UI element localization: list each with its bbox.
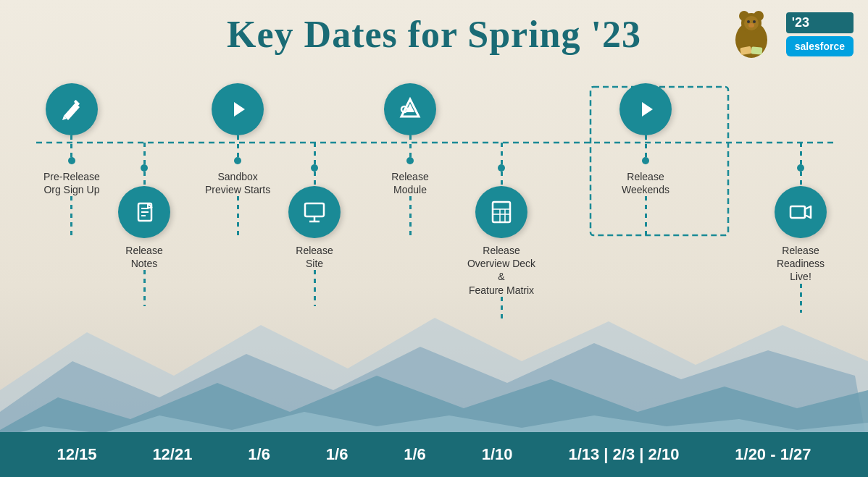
pre-release-line-down bbox=[70, 135, 72, 157]
release-site-line-down bbox=[314, 270, 316, 306]
release-readiness-icon bbox=[775, 186, 827, 238]
pre-release-dot bbox=[68, 157, 75, 164]
date-weekends: 1/13 | 2/3 | 2/10 bbox=[568, 445, 679, 464]
svg-rect-9 bbox=[751, 46, 762, 54]
release-weekends-line-down bbox=[645, 135, 647, 157]
release-notes-line-mid bbox=[143, 172, 146, 186]
svg-point-5 bbox=[747, 20, 750, 23]
timeline-area: Pre-ReleaseOrg Sign Up SandboxPreview St… bbox=[0, 83, 868, 366]
date-110: 1/10 bbox=[482, 445, 513, 464]
item-release-notes: ReleaseNotes bbox=[118, 143, 170, 306]
release-overview-line-up bbox=[501, 143, 503, 164]
release-overview-label: ReleaseOverview Deck &Feature Matrix bbox=[465, 244, 538, 297]
release-weekends-line-down2 bbox=[645, 196, 647, 236]
item-pre-release: Pre-ReleaseOrg Sign Up bbox=[43, 83, 100, 240]
salesforce-logo: salesforce bbox=[786, 36, 854, 56]
page-wrapper: '23 salesforce Key Dates for Spring '23 bbox=[0, 0, 868, 477]
item-release-weekends: ReleaseWeekends bbox=[619, 83, 672, 236]
release-overview-line-down bbox=[501, 297, 503, 318]
release-notes-dot bbox=[141, 164, 148, 172]
release-module-icon bbox=[384, 83, 436, 135]
release-module-line-down bbox=[409, 135, 412, 157]
release-site-icon bbox=[288, 186, 341, 238]
release-readiness-label: Release ReadinessLive! bbox=[764, 244, 837, 284]
pre-release-line-down2 bbox=[70, 196, 72, 240]
release-overview-icon bbox=[475, 186, 527, 238]
svg-marker-36 bbox=[805, 206, 811, 218]
svg-point-6 bbox=[753, 20, 756, 23]
play-icon-1 bbox=[227, 98, 249, 120]
date-16c: 1/6 bbox=[404, 445, 426, 464]
svg-marker-22 bbox=[642, 102, 653, 117]
svg-rect-35 bbox=[790, 206, 805, 218]
release-module-label: ReleaseModule bbox=[391, 170, 428, 196]
date-readiness: 1/20 - 1/27 bbox=[735, 445, 811, 464]
date-1215: 12/15 bbox=[57, 445, 96, 464]
sandbox-dot bbox=[234, 157, 241, 164]
svg-marker-18 bbox=[234, 102, 245, 117]
item-sandbox-preview: SandboxPreview Starts bbox=[205, 83, 270, 236]
pencil-icon bbox=[59, 97, 84, 122]
release-readiness-line-up bbox=[800, 143, 802, 164]
spring23-badge: '23 bbox=[786, 12, 854, 33]
release-weekends-icon bbox=[619, 83, 672, 135]
release-readiness-dot bbox=[797, 164, 804, 172]
release-site-line-up bbox=[314, 143, 316, 164]
mascot-area bbox=[722, 7, 780, 62]
item-release-readiness: Release ReadinessLive! bbox=[764, 143, 837, 313]
trailhead-icon bbox=[397, 96, 423, 122]
release-weekends-label: ReleaseWeekends bbox=[622, 170, 669, 196]
doc-icon bbox=[133, 200, 156, 224]
release-readiness-line-down bbox=[800, 284, 802, 313]
pre-release-label: Pre-ReleaseOrg Sign Up bbox=[43, 170, 100, 196]
date-bar: 12/15 12/21 1/6 1/6 1/6 1/10 1/13 | 2/3 … bbox=[0, 432, 868, 477]
release-notes-icon bbox=[118, 186, 170, 238]
release-module-line-down2 bbox=[409, 196, 412, 236]
release-weekends-dot bbox=[642, 157, 649, 164]
release-notes-line-down bbox=[143, 270, 146, 306]
svg-rect-27 bbox=[305, 203, 324, 216]
sandbox-preview-label: SandboxPreview Starts bbox=[205, 170, 270, 196]
date-16b: 1/6 bbox=[326, 445, 349, 464]
item-release-overview: ReleaseOverview Deck &Feature Matrix bbox=[465, 143, 538, 318]
mascot-icon bbox=[722, 7, 780, 62]
date-16a: 1/6 bbox=[248, 445, 270, 464]
pre-release-icon bbox=[46, 83, 98, 135]
sandbox-preview-icon bbox=[212, 83, 264, 135]
sandbox-line-down bbox=[237, 135, 239, 157]
svg-point-7 bbox=[748, 23, 754, 28]
play-icon-2 bbox=[635, 98, 656, 120]
monitor-icon bbox=[302, 200, 327, 224]
grid-doc-icon bbox=[489, 200, 514, 224]
release-module-dot bbox=[406, 157, 414, 164]
release-notes-line-up bbox=[143, 143, 146, 164]
release-overview-dot bbox=[498, 164, 505, 172]
item-release-module: ReleaseModule bbox=[384, 83, 436, 236]
sandbox-line-down2 bbox=[237, 196, 239, 236]
release-site-dot bbox=[311, 164, 318, 172]
svg-rect-30 bbox=[493, 202, 510, 222]
logo-area: '23 salesforce bbox=[722, 7, 854, 62]
release-site-label: ReleaseSite bbox=[296, 244, 333, 270]
release-readiness-line-mid bbox=[800, 172, 802, 186]
video-icon bbox=[788, 200, 813, 224]
release-site-line-mid bbox=[314, 172, 316, 186]
item-release-site: ReleaseSite bbox=[288, 143, 341, 306]
release-overview-line-mid bbox=[501, 172, 503, 186]
release-notes-label: ReleaseNotes bbox=[125, 244, 162, 270]
date-1221: 12/21 bbox=[152, 445, 192, 464]
